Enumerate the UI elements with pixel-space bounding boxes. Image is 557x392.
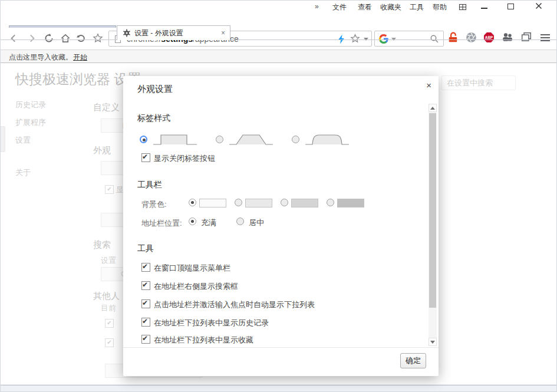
minimize-button[interactable] [481,8,487,9]
bg-color-radio-4[interactable] [327,199,334,206]
quick-search-box[interactable] [374,31,444,47]
scrollbar-thumb[interactable] [429,113,436,308]
bg-color-swatch-4[interactable] [337,199,364,207]
back-icon[interactable] [8,33,19,44]
show-menubar-checkbox[interactable] [141,263,150,272]
menu-view[interactable]: 查看 [358,2,372,12]
bg-color-radio-2[interactable] [235,199,242,206]
show-close-tab-checkbox[interactable] [141,153,150,162]
aperture-extension-icon[interactable] [466,32,476,42]
forward-icon[interactable] [27,33,37,44]
browser-window: » 文件 查看 收藏夹 工具 帮助 百度一下，你就知道 × 设置 - 外观设置 [0,0,557,392]
undo-icon[interactable] [76,33,87,44]
dropdown-history-checkbox[interactable] [141,318,150,327]
scroll-down-icon[interactable] [429,338,437,346]
lightning-extension-icon[interactable] [337,34,345,47]
bg-color-radio-3[interactable] [281,199,288,206]
dialog-close-icon[interactable]: × [426,80,431,90]
svg-text:ABP: ABP [485,35,493,39]
start-link[interactable]: 开始 [73,52,87,62]
google-logo-icon [379,34,388,46]
menu-overflow-chevron[interactable]: » [315,2,319,11]
show-searchbox-checkbox[interactable] [141,281,150,290]
tab-strip: 百度一下，你就知道 × 设置 - 外观设置 × + [1,13,556,28]
menu-favorites[interactable]: 收藏夹 [380,2,401,12]
gear-icon [123,29,131,37]
addr-position-fill-label: 充满 [201,218,216,228]
menu-hamburger-icon[interactable] [540,33,551,44]
home-icon[interactable] [60,33,71,44]
tab-shape-rounded-icon[interactable] [305,132,350,149]
maximize-button[interactable] [507,4,514,9]
multi-window-icon[interactable] [521,32,532,42]
addr-position-center-radio[interactable] [236,218,244,225]
auto-dropdown-label: 点击地址栏并激活输入焦点时自动显示下拉列表 [154,299,315,310]
tools-heading: 工具 [137,243,154,254]
reload-icon[interactable] [44,33,54,44]
menu-tools[interactable]: 工具 [410,2,424,12]
addr-position-fill-radio[interactable] [189,218,196,225]
close-window-button[interactable] [535,2,543,12]
tab-title: 设置 - 外观设置 [134,28,216,38]
tab-style-rounded-radio[interactable] [292,136,299,143]
background-color-label: 背景色: [141,199,167,210]
show-menubar-label: 在窗口顶端显示菜单栏 [154,263,230,274]
auto-dropdown-checkbox[interactable] [141,299,150,308]
dialog-scrollbar[interactable] [429,104,437,346]
ok-button[interactable]: 确定 [400,353,426,368]
bg-color-swatch-1[interactable] [199,199,226,207]
layout-grid-icon[interactable] [459,3,467,14]
bg-color-swatch-3[interactable] [291,199,318,207]
dialog-title: 外观设置 [137,84,173,95]
bg-color-radio-1[interactable] [189,199,196,206]
menu-file[interactable]: 文件 [332,2,347,12]
unsecure-lock-icon[interactable] [447,32,458,42]
title-bar: » 文件 查看 收藏夹 工具 帮助 [1,1,556,13]
show-searchbox-label: 在地址栏右侧显示搜索框 [154,281,238,292]
menu-help[interactable]: 帮助 [433,2,447,12]
import-bookmarks-hint: 点击这里导入收藏。 [9,52,72,62]
tab-close-icon[interactable]: × [221,29,225,37]
dropdown-favorites-checkbox[interactable] [141,335,150,344]
toolbar-heading: 工具栏 [137,180,162,190]
appearance-settings-dialog: 外观设置 × 标签样式 显示关闭标签按钮 工具栏 背景色: 地址栏位置: 充满 [123,76,439,376]
window-bottom-frame [1,385,556,392]
tab-shape-square-icon[interactable] [153,132,197,149]
search-icon[interactable] [430,34,439,46]
profiles-people-icon[interactable] [502,32,513,42]
tab-style-heading: 标签样式 [137,113,170,124]
bg-color-swatch-2[interactable] [245,199,272,207]
dialog-footer: 确定 [123,347,439,376]
tab-settings[interactable]: 设置 - 外观设置 × [117,25,230,40]
scroll-up-icon[interactable] [429,104,437,112]
show-close-tab-label: 显示关闭标签按钮 [154,153,215,164]
adblock-abp-icon[interactable]: ABP [483,32,494,42]
bookmark-star-icon[interactable] [93,33,103,44]
tab-shape-trapezoid-icon[interactable] [229,132,273,149]
addressbar-position-label: 地址栏位置: [141,218,182,229]
bookmarks-bar: 点击这里导入收藏。 开始 [1,50,556,63]
dropdown-favorites-label: 在地址栏下拉列表中显示收藏 [154,335,253,345]
tab-style-trapezoid-radio[interactable] [216,136,223,143]
tabstrip-divider [1,39,556,40]
addr-position-center-label: 居中 [249,218,264,228]
dropdown-history-label: 在地址栏下拉列表中显示历史记录 [154,318,269,328]
tab-style-square-radio[interactable] [140,136,147,143]
